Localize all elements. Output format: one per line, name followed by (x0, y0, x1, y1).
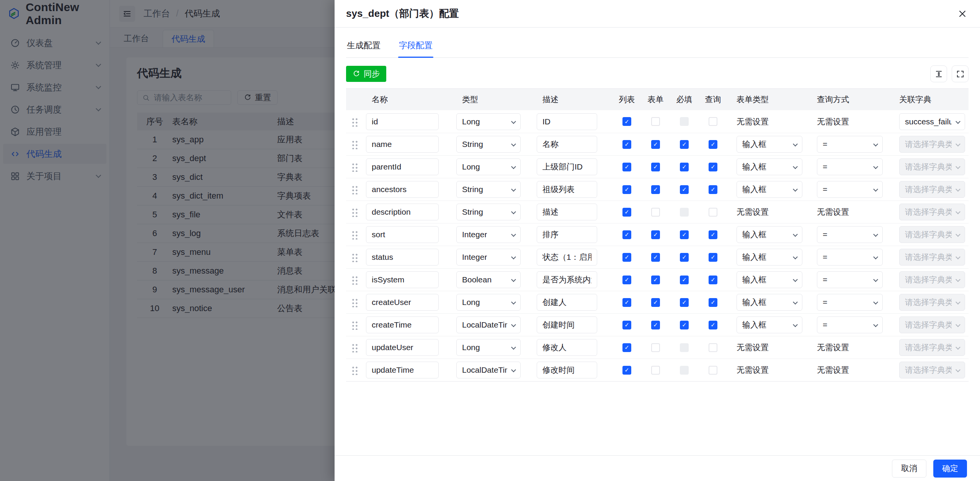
query-type-select[interactable]: = (817, 226, 883, 243)
query-checkbox[interactable] (709, 343, 717, 352)
drag-handle-icon[interactable] (351, 342, 358, 352)
fullscreen-button[interactable] (952, 65, 969, 82)
query-type-select[interactable]: = (817, 136, 883, 153)
field-desc-input[interactable] (537, 316, 597, 333)
drag-handle-icon[interactable] (351, 184, 358, 194)
drag-handle-icon[interactable] (351, 252, 358, 262)
field-type-select[interactable]: String (456, 204, 521, 220)
field-desc-input[interactable] (537, 181, 597, 198)
list-checkbox[interactable]: ✓ (622, 298, 631, 307)
field-name-input[interactable] (366, 158, 439, 175)
list-checkbox[interactable]: ✓ (622, 276, 631, 284)
form-checkbox[interactable]: ✓ (651, 298, 660, 307)
field-name-input[interactable] (366, 113, 439, 130)
drag-handle-icon[interactable] (351, 320, 358, 330)
form-checkbox[interactable] (651, 343, 660, 352)
field-name-input[interactable] (366, 339, 439, 356)
field-type-select[interactable]: Integer (456, 226, 521, 243)
form-checkbox[interactable]: ✓ (651, 253, 660, 262)
field-name-input[interactable] (366, 249, 439, 266)
field-type-select[interactable]: Long (456, 339, 521, 356)
query-type-select[interactable]: = (817, 271, 883, 288)
tab-generate-config[interactable]: 生成配置 (346, 34, 381, 57)
query-type-select[interactable]: = (817, 294, 883, 311)
form-type-select[interactable]: 输入框 (737, 294, 802, 311)
field-desc-input[interactable] (537, 362, 597, 378)
field-desc-input[interactable] (537, 339, 597, 356)
required-checkbox[interactable]: ✓ (680, 185, 689, 194)
form-type-select[interactable]: 输入框 (737, 181, 802, 198)
form-checkbox[interactable]: ✓ (651, 230, 660, 239)
list-checkbox[interactable]: ✓ (622, 366, 631, 375)
required-checkbox[interactable]: ✓ (680, 163, 689, 171)
drag-handle-icon[interactable] (351, 162, 358, 172)
form-checkbox[interactable]: ✓ (651, 321, 660, 329)
field-name-input[interactable] (366, 226, 439, 243)
field-desc-input[interactable] (537, 294, 597, 311)
query-checkbox[interactable] (709, 117, 717, 126)
field-type-select[interactable]: Boolean (456, 271, 521, 288)
field-desc-input[interactable] (537, 204, 597, 220)
query-type-select[interactable]: = (817, 249, 883, 266)
close-button[interactable] (955, 6, 970, 21)
field-type-select[interactable]: LocalDateTim (456, 362, 521, 378)
query-type-select[interactable]: = (817, 158, 883, 175)
query-type-select[interactable]: = (817, 316, 883, 333)
query-checkbox[interactable]: ✓ (709, 321, 717, 329)
form-checkbox[interactable]: ✓ (651, 163, 660, 171)
query-checkbox[interactable] (709, 208, 717, 217)
required-checkbox[interactable]: ✓ (680, 276, 689, 284)
field-type-select[interactable]: String (456, 181, 521, 198)
drag-handle-icon[interactable] (351, 117, 358, 127)
form-checkbox[interactable] (651, 208, 660, 217)
field-type-select[interactable]: Long (456, 113, 521, 130)
drag-handle-icon[interactable] (351, 207, 358, 217)
field-name-input[interactable] (366, 271, 439, 288)
field-desc-input[interactable] (537, 113, 597, 130)
query-checkbox[interactable]: ✓ (709, 163, 717, 171)
drag-handle-icon[interactable] (351, 230, 358, 240)
dict-select[interactable]: success_failur (899, 113, 965, 130)
field-name-input[interactable] (366, 294, 439, 311)
drag-handle-icon[interactable] (351, 297, 358, 307)
field-type-select[interactable]: String (456, 136, 521, 153)
list-checkbox[interactable]: ✓ (622, 185, 631, 194)
form-checkbox[interactable]: ✓ (651, 276, 660, 284)
query-checkbox[interactable] (709, 366, 717, 375)
field-name-input[interactable] (366, 316, 439, 333)
field-name-input[interactable] (366, 362, 439, 378)
form-type-select[interactable]: 输入框 (737, 271, 802, 288)
field-desc-input[interactable] (537, 158, 597, 175)
required-checkbox[interactable]: ✓ (680, 253, 689, 262)
field-desc-input[interactable] (537, 249, 597, 266)
form-checkbox[interactable]: ✓ (651, 185, 660, 194)
field-type-select[interactable]: Integer (456, 249, 521, 266)
drag-handle-icon[interactable] (351, 139, 358, 149)
query-checkbox[interactable]: ✓ (709, 276, 717, 284)
query-checkbox[interactable]: ✓ (709, 253, 717, 262)
field-desc-input[interactable] (537, 271, 597, 288)
list-checkbox[interactable]: ✓ (622, 117, 631, 126)
list-checkbox[interactable]: ✓ (622, 140, 631, 149)
required-checkbox[interactable]: ✓ (680, 140, 689, 149)
required-checkbox[interactable]: ✓ (680, 321, 689, 329)
form-type-select[interactable]: 输入框 (737, 249, 802, 266)
query-checkbox[interactable]: ✓ (709, 230, 717, 239)
list-checkbox[interactable]: ✓ (622, 343, 631, 352)
form-type-select[interactable]: 输入框 (737, 136, 802, 153)
field-type-select[interactable]: Long (456, 158, 521, 175)
form-checkbox[interactable] (651, 366, 660, 375)
sync-button[interactable]: 同步 (346, 66, 386, 82)
drag-handle-icon[interactable] (351, 275, 358, 285)
form-type-select[interactable]: 输入框 (737, 226, 802, 243)
field-name-input[interactable] (366, 136, 439, 153)
row-height-button[interactable] (930, 65, 947, 82)
query-checkbox[interactable]: ✓ (709, 140, 717, 149)
field-type-select[interactable]: Long (456, 294, 521, 311)
list-checkbox[interactable]: ✓ (622, 253, 631, 262)
list-checkbox[interactable]: ✓ (622, 208, 631, 217)
form-type-select[interactable]: 输入框 (737, 316, 802, 333)
query-checkbox[interactable]: ✓ (709, 298, 717, 307)
field-desc-input[interactable] (537, 136, 597, 153)
list-checkbox[interactable]: ✓ (622, 230, 631, 239)
